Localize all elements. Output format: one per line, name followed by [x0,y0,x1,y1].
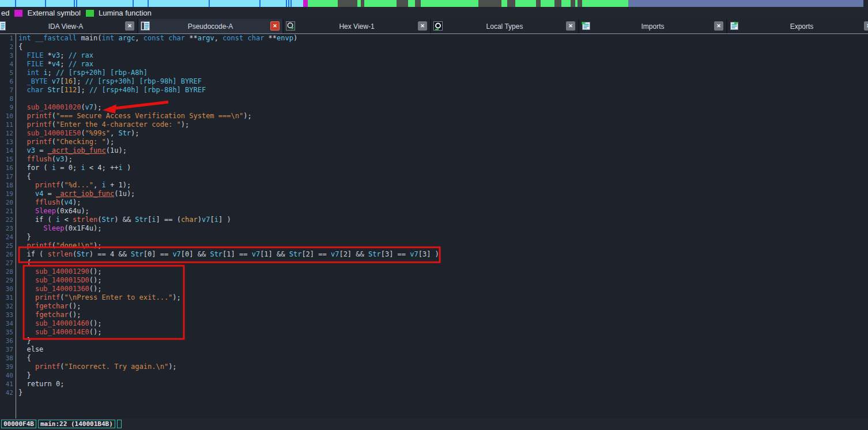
code-text[interactable]: { [16,259,31,267]
code-text[interactable]: sub_140001360(); [16,285,102,293]
code-text[interactable]: if ( i < strlen(Str) && Str[i] == (char)… [16,216,231,224]
code-token: const [144,34,164,42]
code-token: (0x1F4u); [64,224,101,232]
code-text[interactable]: sub_140001E50("%99s", Str); [16,129,139,138]
tab-pseudocode-a[interactable]: Pseudocode-A✕ [138,19,284,33]
code-text[interactable]: else [16,345,43,354]
line-number: 29 [0,276,16,285]
code-token: printf [27,112,51,120]
gutter-separator [16,34,16,430]
close-icon[interactable]: ✕ [714,21,723,31]
code-text[interactable]: fflush(v3); [16,155,73,164]
code-text[interactable]: v4 = _acrt_iob_func(1u); [16,190,135,198]
code-text[interactable]: printf("\nPress Enter to exit..."); [16,293,181,302]
code-text[interactable]: { [16,172,31,181]
code-token: i [118,164,122,172]
code-text[interactable]: sub_1400015D0(); [16,276,102,285]
navigator-segment [536,0,541,7]
code-text[interactable]: printf("Checking: "); [16,138,114,146]
code-token: + 1); [106,181,131,189]
code-line-40: 40 } [0,371,868,380]
code-text[interactable]: printf("%d...", i + 1); [16,181,131,190]
code-token [48,77,52,85]
legend-item: External symbol [14,9,80,17]
code-token: Str [48,86,61,94]
line-number: 11 [0,120,16,129]
code-text[interactable]: int i; // [rsp+20h] [rbp-A8h] [16,69,148,77]
exports-icon [730,21,739,31]
code-line-1: 1int __fastcall main(int argc, const cha… [0,34,868,43]
code-text[interactable]: printf("Incorrect. Try again.\n"); [16,363,177,371]
close-icon[interactable]: ✕ [418,21,427,31]
close-icon[interactable]: ✕ [566,21,575,31]
code-text[interactable]: printf("=== Secure Access Verification S… [16,112,252,120]
navigator-segment [478,0,501,7]
close-icon[interactable]: ✕ [864,21,868,31]
code-token: ( [81,129,85,137]
code-token: v4 [52,60,60,68]
line-number: 40 [0,371,16,380]
line-number: 24 [0,233,16,242]
code-token: [0] && [181,250,210,258]
tab-hex-view-1[interactable]: Hex View-1✕ [284,19,431,33]
code-token: ); [106,138,114,146]
code-text[interactable]: char Str[112]; // [rsp+40h] [rbp-88h] BY… [16,86,206,95]
code-text[interactable]: FILE *v3; // rax [16,51,93,60]
tab-exports[interactable]: Exports✕ [727,19,868,33]
code-text[interactable]: { [16,354,31,363]
code-token: envp [277,34,293,42]
close-icon[interactable]: ✕ [270,21,280,31]
code-token: ]; [73,77,85,85]
code-text[interactable]: } [16,337,31,345]
code-token: sub_1400015D0 [35,276,89,284]
code-text[interactable]: sub_140001020(v7); [16,103,102,112]
code-token: v7 [85,103,93,111]
line-number: 17 [0,172,16,181]
tab-ida-view-a[interactable]: IDA View-A✕ [0,19,138,33]
code-text[interactable]: printf("Enter the 4-character code: "); [16,120,189,129]
close-icon[interactable]: ✕ [125,21,134,31]
code-token: fflush [35,198,60,206]
code-text[interactable]: } [16,233,31,242]
code-line-2: 2{ [0,43,868,51]
tab-local-types[interactable]: Local Types✕ [431,19,579,33]
code-text[interactable]: fflush(v4); [16,198,81,207]
code-line-17: 17 { [0,172,868,181]
code-line-25: 25 printf("done!\n"); [0,242,868,250]
navigator-legend: edExternal symbolLumina function [0,7,868,19]
code-text[interactable]: for ( i = 0; i < 4; ++i ) [16,164,131,172]
line-number: 23 [0,224,16,233]
code-token: ; [60,60,68,68]
code-text[interactable]: if ( strlen(Str) == 4 && Str[0] == v7[0]… [16,250,439,259]
code-token: ) [293,34,297,42]
code-token: } [18,233,31,241]
code-token [18,363,35,371]
code-text[interactable]: sub_140001460(); [16,319,102,328]
code-text[interactable]: sub_140001290(); [16,267,102,276]
code-text[interactable]: fgetchar(); [16,302,81,311]
code-text[interactable]: _BYTE v7[16]; // [rsp+30h] [rbp-98h] BYR… [16,77,202,86]
code-text[interactable]: { [16,43,22,51]
code-token: fgetchar [35,311,69,319]
code-text[interactable]: } [16,388,22,397]
code-token: [2] && [339,250,368,258]
code-token: i [102,181,106,189]
code-text[interactable]: Sleep(0x64u); [16,207,89,216]
code-token: ) [198,216,202,224]
code-text[interactable]: v3 = _acrt_iob_func(1u); [16,146,127,155]
code-text[interactable]: } [16,371,31,380]
code-text[interactable]: int __fastcall main(int argc, const char… [16,34,297,43]
ida-view-icon [0,21,6,31]
code-text[interactable]: sub_1400014E0(); [16,328,102,337]
code-text[interactable]: printf("done!\n"); [16,242,102,250]
code-token: ); [131,129,139,137]
code-text[interactable]: FILE *v4; // rax [16,60,93,69]
code-text[interactable]: return 0; [16,380,64,388]
tab-imports[interactable]: Imports✕ [579,19,727,33]
code-token [18,51,27,59]
legend-label: External symbol [27,9,80,17]
navigator-band[interactable] [0,0,868,7]
code-token: , [214,34,222,42]
code-text[interactable]: fgetchar(); [16,311,81,319]
code-text[interactable]: Sleep(0x1F4u); [16,224,102,233]
